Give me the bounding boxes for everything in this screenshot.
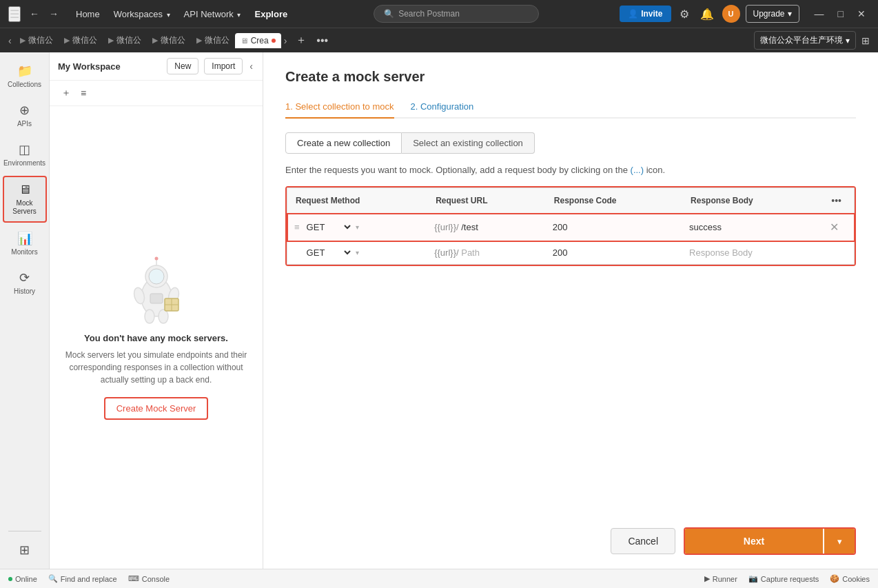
step-1[interactable]: 1. Select collection to mock [285, 96, 394, 119]
step-2[interactable]: 2. Configuration [411, 96, 474, 119]
tab-item-2[interactable]: ▶ 微信公 [59, 32, 103, 49]
settings-icon[interactable]: ⚙ [677, 5, 692, 23]
api-network-link[interactable]: API Network ▾ [178, 6, 247, 22]
tab-item-4[interactable]: ▶ 微信公 [147, 32, 191, 49]
url-path-1[interactable]: /test [461, 222, 478, 232]
env-chevron-icon: ▾ [846, 36, 850, 45]
sidebar-item-extensions[interactable]: ⊞ [3, 537, 47, 563]
row2-body-cell: Response Body [682, 241, 819, 265]
nav-links: Home Workspaces ▾ API Network ▾ Explore [70, 6, 293, 22]
main-area: 📁 Collections ⊕ APIs ◫ Environments 🖥 Mo… [0, 52, 878, 569]
response-code-2[interactable]: 200 [553, 247, 568, 258]
create-mock-server-button[interactable]: Create Mock Server [104, 397, 209, 420]
runner-item[interactable]: ▶ Runner [704, 574, 737, 583]
hint-link[interactable]: (...) [631, 165, 644, 175]
sidebar-item-history[interactable]: ⟳ History [3, 265, 47, 301]
mock-table: Request Method Request URL Response Code… [287, 187, 855, 265]
capture-item[interactable]: 📷 Capture requests [748, 574, 819, 583]
search-placeholder: Search Postman [398, 9, 460, 19]
console-item[interactable]: ⌨ Console [128, 574, 170, 583]
tab-item-1[interactable]: ▶ 微信公 [14, 32, 59, 49]
col-actions: ••• [819, 188, 854, 214]
sidebar-item-monitors[interactable]: 📊 Monitors [3, 225, 47, 262]
statusbar-right: ▶ Runner 📷 Capture requests 🍪 Cookies [704, 574, 870, 583]
tab-new-collection[interactable]: Create a new collection [285, 132, 402, 154]
invite-button[interactable]: 👤 Invite [620, 6, 671, 22]
tab-scroll-right[interactable]: › [281, 34, 290, 48]
next-button[interactable]: Next [685, 529, 823, 554]
sidebar-item-collections[interactable]: 📁 Collections [3, 58, 47, 94]
tab-scroll-left[interactable]: ‹ [6, 34, 14, 48]
search-box[interactable]: 🔍 Search Postman [374, 5, 539, 23]
new-button[interactable]: New [167, 58, 198, 74]
url-path-placeholder-2[interactable]: Path [461, 247, 480, 258]
layout-button[interactable]: ⊞ [859, 32, 872, 49]
nav-back-button[interactable]: ← [26, 7, 43, 21]
import-button[interactable]: Import [204, 58, 243, 74]
close-button[interactable]: ✕ [853, 7, 870, 21]
new-tab-button[interactable]: ＋ [292, 32, 310, 49]
nav-forward-button[interactable]: → [45, 7, 62, 21]
response-body-1[interactable]: success [689, 222, 722, 232]
bell-icon[interactable]: 🔔 [697, 5, 717, 23]
collapse-panel-button[interactable]: ‹ [248, 59, 254, 73]
avatar[interactable]: U [722, 5, 740, 23]
runner-label: Runner [713, 575, 737, 583]
sidebar-item-label-apis: APIs [17, 120, 32, 128]
tab-item-5[interactable]: ▶ 微信公 [191, 32, 235, 49]
menu-icon[interactable]: ☰ [8, 6, 21, 22]
tab-label-1: 微信公 [28, 34, 53, 46]
find-replace-item[interactable]: 🔍 Find and replace [48, 574, 117, 583]
tab-icon-4: ▶ [152, 36, 158, 45]
cookies-item[interactable]: 🍪 Cookies [830, 574, 870, 583]
workspaces-link[interactable]: Workspaces ▾ [108, 6, 176, 22]
env-label: 微信公众平台生产环境 [760, 34, 843, 46]
table-more-button[interactable]: ••• [827, 194, 846, 207]
panel-sort-button[interactable]: ≡ [77, 85, 90, 101]
tab-existing-collection[interactable]: Select an existing collection [402, 132, 535, 154]
apis-icon: ⊕ [19, 103, 30, 118]
content-area: Create a mock server 1. Select collectio… [263, 52, 878, 569]
response-code-1[interactable]: 200 [553, 222, 568, 232]
sidebar-item-apis[interactable]: ⊕ APIs [3, 97, 47, 134]
explore-link[interactable]: Explore [249, 6, 293, 22]
row-delete-button-1[interactable]: ✕ [826, 219, 843, 235]
collections-icon: 📁 [17, 63, 32, 79]
titlebar: ☰ ← → Home Workspaces ▾ API Network ▾ Ex… [0, 0, 878, 28]
minimize-button[interactable]: — [810, 7, 828, 21]
env-selector[interactable]: 微信公众平台生产环境 ▾ [754, 31, 856, 50]
tab-item-6-active[interactable]: 🖥 Crea [235, 33, 281, 48]
response-body-placeholder-2[interactable]: Response Body [689, 247, 753, 258]
tab-icon-2: ▶ [64, 36, 70, 45]
svg-point-5 [145, 310, 154, 323]
svg-point-9 [154, 256, 158, 260]
row2-delete-cell [819, 241, 854, 265]
tabbar: ‹ ▶ 微信公 ▶ 微信公 ▶ 微信公 ▶ 微信公 ▶ 微信公 🖥 Crea ›… [0, 28, 878, 52]
left-panel: My Workspace New Import ‹ ＋ ≡ [50, 52, 263, 569]
table-wrapper: Request Method Request URL Response Code… [285, 186, 856, 266]
titlebar-actions: 👤 Invite ⚙ 🔔 U Upgrade ▾ — □ ✕ [620, 5, 870, 23]
cancel-button[interactable]: Cancel [611, 528, 675, 554]
sidebar-item-environments[interactable]: ◫ Environments [3, 136, 47, 173]
method-select-2[interactable]: GET POST PUT DELETE [304, 247, 353, 258]
tab-label-2: 微信公 [72, 34, 97, 46]
nav-buttons: ← → [26, 7, 62, 21]
collection-tabs: Create a new collection Select an existi… [285, 132, 856, 154]
online-status[interactable]: Online [8, 575, 37, 583]
sidebar-item-mock-servers[interactable]: 🖥 Mock Servers [3, 176, 47, 223]
tab-options-button[interactable]: ••• [313, 33, 331, 48]
upgrade-button[interactable]: Upgrade ▾ [746, 5, 799, 23]
drag-handle-icon[interactable]: ≡ [294, 222, 300, 232]
wizard-steps: 1. Select collection to mock 2. Configur… [285, 96, 856, 119]
chevron-down-icon: ▾ [788, 9, 792, 19]
next-button-group: Next ▾ [684, 527, 856, 555]
panel-add-button[interactable]: ＋ [58, 85, 74, 101]
search-icon: 🔍 [384, 9, 394, 19]
url-prefix-1: {{url}}/ [434, 222, 458, 232]
maximize-button[interactable]: □ [834, 7, 848, 21]
method-select-1[interactable]: GET POST PUT DELETE [304, 221, 353, 233]
next-dropdown-button[interactable]: ▾ [824, 529, 855, 554]
sidebar: 📁 Collections ⊕ APIs ◫ Environments 🖥 Mo… [0, 52, 50, 569]
home-link[interactable]: Home [70, 6, 105, 22]
tab-item-3[interactable]: ▶ 微信公 [103, 32, 147, 49]
